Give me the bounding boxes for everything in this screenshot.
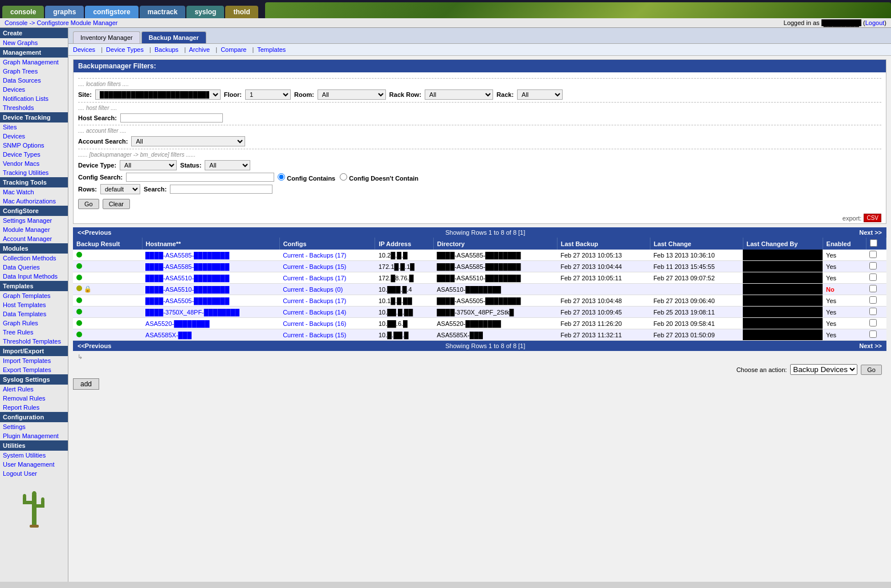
hostname-link[interactable]: ████-ASA5585-████████ [145, 263, 229, 270]
sidebar-item-new-graphs[interactable]: New Graphs [0, 38, 68, 47]
hostname-link[interactable]: ████-ASA5510-████████ [145, 275, 229, 281]
host-search-input[interactable] [120, 113, 223, 122]
configs-link[interactable]: Current - Backups (16) [283, 320, 346, 327]
sidebar-item-export-templates[interactable]: Export Templates [0, 365, 68, 374]
action-select[interactable]: Backup Devices [790, 364, 857, 375]
nav-tab-console[interactable]: console [2, 6, 44, 18]
sidebar-item-mac-watch[interactable]: Mac Watch [0, 187, 68, 197]
hostname-link[interactable]: ████-ASA5505-████████ [145, 297, 229, 304]
sidebar-item-thresholds[interactable]: Thresholds [0, 103, 68, 112]
status-select[interactable]: All [205, 160, 250, 170]
row-checkbox[interactable] [869, 262, 877, 270]
prev-link-bottom[interactable]: <<Previous [78, 342, 111, 349]
sidebar-item-account-manager[interactable]: Account Manager [0, 234, 68, 243]
sidebar-item-sites[interactable]: Sites [0, 122, 68, 132]
row-checkbox[interactable] [869, 308, 877, 315]
nav-tab-graphs[interactable]: graphs [45, 6, 84, 18]
sidebar-item-settings-manager[interactable]: Settings Manager [0, 216, 68, 225]
sidebar-item-notification-lists[interactable]: Notification Lists [0, 94, 68, 103]
export-csv-icon[interactable]: CSV [864, 214, 881, 222]
prev-link-top[interactable]: <<Previous [78, 229, 111, 236]
hostname-link[interactable]: ASA5585X-███ [145, 332, 192, 338]
go-button[interactable]: Go [78, 199, 99, 209]
rows-select[interactable]: default [100, 184, 140, 194]
row-checkbox[interactable] [869, 319, 877, 326]
hostname-link[interactable]: ████-ASA5510-████████ [145, 286, 229, 293]
device-type-select[interactable]: All [120, 160, 177, 170]
sidebar-item-host-templates[interactable]: Host Templates [0, 300, 68, 309]
sidebar-item-tracking-utilities[interactable]: Tracking Utilities [0, 168, 68, 177]
sidebar-item-logout-user[interactable]: Logout User [0, 469, 68, 478]
sub-nav-compare[interactable]: Compare [221, 46, 246, 53]
config-not-contains-radio[interactable] [340, 173, 347, 181]
tab-backup-manager[interactable]: Backup Manager [141, 31, 206, 43]
nav-tab-thold[interactable]: thold [225, 6, 258, 18]
sidebar-item-module-manager[interactable]: Module Manager [0, 225, 68, 234]
row-checkbox[interactable] [869, 296, 877, 304]
sidebar-item-devices[interactable]: Devices [0, 85, 68, 94]
nav-tab-mactrack[interactable]: mactrack [140, 6, 186, 18]
sidebar-item-report-rules[interactable]: Report Rules [0, 403, 68, 412]
configs-link[interactable]: Current - Backups (17) [283, 252, 346, 259]
configs-link[interactable]: Current - Backups (17) [283, 275, 346, 281]
sidebar-item-settings[interactable]: Settings [0, 422, 68, 431]
hostname-link[interactable]: ASA5520-████████ [145, 320, 210, 327]
config-contains-radio[interactable] [278, 173, 285, 181]
sidebar-item-device-types[interactable]: Device Types [0, 150, 68, 159]
sidebar-item-graph-templates[interactable]: Graph Templates [0, 291, 68, 300]
next-link-bottom[interactable]: Next >> [859, 342, 882, 349]
sidebar-item-system-utilities[interactable]: System Utilities [0, 451, 68, 460]
sidebar-item-removal-rules[interactable]: Removal Rules [0, 394, 68, 403]
logout-link[interactable]: Logout [865, 19, 885, 26]
configs-link[interactable]: Current - Backups (14) [283, 309, 346, 316]
select-all-checkbox[interactable] [870, 239, 877, 247]
sidebar-item-snmp-options[interactable]: SNMP Options [0, 141, 68, 150]
hostname-link[interactable]: ████-ASA5585-████████ [145, 252, 229, 259]
action-go-button[interactable]: Go [861, 365, 882, 375]
row-checkbox[interactable] [869, 273, 877, 281]
config-search-input[interactable] [126, 173, 274, 182]
sidebar-item-alert-rules[interactable]: Alert Rules [0, 385, 68, 394]
site-select[interactable]: ████████████████████████████ [95, 89, 221, 100]
sidebar-item-graph-trees[interactable]: Graph Trees [0, 67, 68, 76]
sidebar-item-dt-devices[interactable]: Devices [0, 132, 68, 141]
account-search-select[interactable]: All [131, 136, 245, 146]
configs-link[interactable]: Current - Backups (17) [283, 297, 346, 304]
clear-button[interactable]: Clear [103, 199, 130, 209]
sidebar-item-vendor-macs[interactable]: Vendor Macs [0, 159, 68, 168]
sub-nav-devices[interactable]: Devices [73, 46, 95, 53]
sidebar-item-data-sources[interactable]: Data Sources [0, 76, 68, 85]
sidebar-item-plugin-management[interactable]: Plugin Management [0, 431, 68, 440]
sidebar-item-threshold-templates[interactable]: Threshold Templates [0, 337, 68, 346]
tab-inventory-manager[interactable]: Inventory Manager [73, 31, 140, 43]
sidebar-item-import-templates[interactable]: Import Templates [0, 356, 68, 365]
room-select[interactable]: All [318, 89, 386, 100]
sub-nav-backups[interactable]: Backups [154, 46, 178, 53]
nav-tab-configstore[interactable]: configstore [85, 6, 138, 18]
search-input[interactable] [170, 185, 272, 194]
sidebar-item-graph-rules[interactable]: Graph Rules [0, 318, 68, 328]
sidebar-item-data-templates[interactable]: Data Templates [0, 309, 68, 318]
row-checkbox[interactable] [869, 285, 877, 292]
sidebar-item-data-queries[interactable]: Data Queries [0, 263, 68, 272]
sub-nav-archive[interactable]: Archive [189, 46, 210, 53]
sub-nav-templates[interactable]: Templates [257, 46, 286, 53]
add-button[interactable]: add [73, 378, 99, 390]
hostname-link[interactable]: ████-3750X_48PF-████████ [145, 309, 239, 316]
sidebar-item-collection-methods[interactable]: Collection Methods [0, 254, 68, 263]
rack-select[interactable]: All [517, 89, 563, 100]
row-checkbox[interactable] [869, 330, 877, 338]
sidebar-item-data-input-methods[interactable]: Data Input Methods [0, 272, 68, 281]
sidebar-item-graph-management[interactable]: Graph Management [0, 58, 68, 67]
configs-link[interactable]: Current - Backups (15) [283, 263, 346, 270]
sub-nav-device-types[interactable]: Device Types [106, 46, 144, 53]
rack-row-select[interactable]: All [425, 89, 493, 100]
configs-link[interactable]: Current - Backups (15) [283, 332, 346, 338]
configs-link[interactable]: Current - Backups (0) [283, 286, 343, 293]
sidebar-item-user-management[interactable]: User Management [0, 460, 68, 469]
row-checkbox[interactable] [869, 251, 877, 258]
floor-select[interactable]: 1 [245, 89, 291, 100]
sidebar-item-mac-authorizations[interactable]: Mac Authorizations [0, 197, 68, 206]
nav-tab-syslog[interactable]: syslog [186, 6, 224, 18]
next-link-top[interactable]: Next >> [859, 229, 882, 236]
